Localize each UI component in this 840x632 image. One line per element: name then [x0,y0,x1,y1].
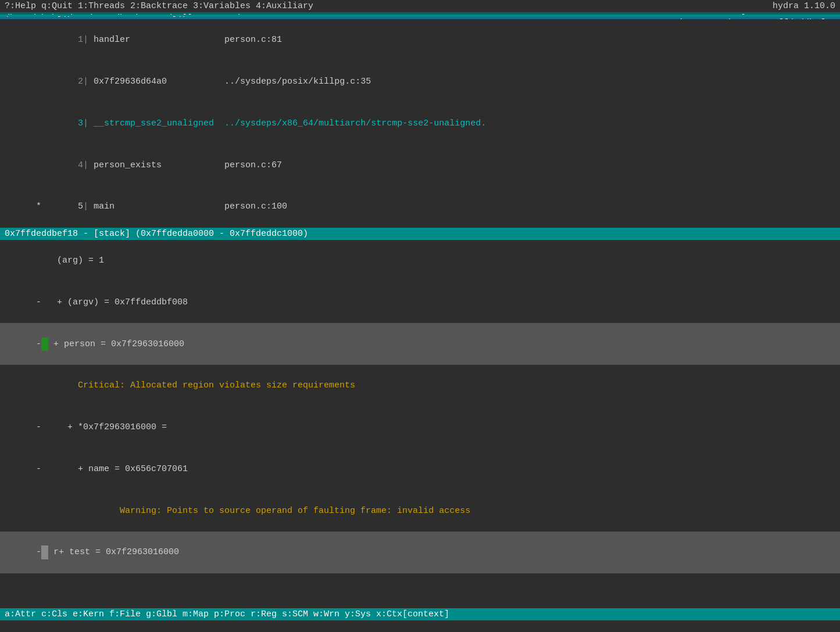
top-menu-bar: ?:Help q:Quit 1:Threads 2:Backtrace 3:Va… [0,0,840,12]
frame-2[interactable]: 2| 0x7f29636d64a0 ../sysdeps/posix/killp… [0,61,840,103]
var-prefix: - [36,339,41,349]
var-content: r+ test = 0x7f2963016000 [48,547,179,557]
stack-bar: 0x7ffdeddbef18 - [stack] (0x7ffdedda0000… [0,228,840,240]
var-arg[interactable]: (arg) = 1 [0,240,840,282]
frame-4[interactable]: 4| person_exists person.c:67 [0,144,840,186]
warning-msg: Warning: Points to source operand of fau… [36,506,470,516]
frame-separator: | [83,119,94,128]
critical-msg: Critical: Allocated region violates size… [36,380,355,390]
aux-heap[interactable]: * - Heap [0,623,840,632]
var-critical: Critical: Allocated region violates size… [0,365,840,407]
frame-func: __strcmp_sse2_unaligned [94,119,219,128]
frame-number: 4 [36,160,83,170]
var-content: (arg) = 1 [36,256,104,265]
var-content: + (argv) = 0x7ffdeddbf008 [41,297,188,307]
frame-loc: person.c:67 [214,160,282,170]
frame-separator: | [83,160,94,170]
var-content: + person = 0x7f2963016000 [48,339,184,349]
frame-1[interactable]: 1| handler person.c:81 [0,19,840,61]
var-content: + name = 0x656c707061 [41,464,188,474]
frame-separator: | [83,35,94,45]
terminal: ?:Help q:Quit 1:Threads 2:Backtrace 3:Va… [0,0,840,632]
var-deref[interactable]: - + *0x7f2963016000 = [0,407,840,448]
frame-loc: ../sysdeps/posix/killpg.c:35 [214,77,371,87]
backtrace-area: 1| handler person.c:81 2| 0x7f29636d64a0… [0,19,840,228]
frame-loc: ../sysdeps/x86_64/multiarch/strcmp-sse2-… [219,119,486,128]
frame-loc: person.c:100 [214,202,287,211]
var-prefix: - [36,464,41,474]
frame-star: * 5 [36,202,83,211]
frame-number: 3 [36,119,83,128]
var-name[interactable]: - + name = 0x656c707061 [0,448,840,490]
frame-number: 1 [36,35,83,45]
frame-func: main [94,202,214,211]
frame-func: person_exists [94,160,214,170]
stack-info: 0x7ffdeddbef18 - [stack] (0x7ffdedda0000… [5,229,308,239]
var-prefix: - [36,422,41,432]
var-prefix: - [36,297,41,307]
var-person[interactable]: - + person = 0x7f2963016000 [0,323,840,365]
frame-separator: | [83,77,94,87]
frame-func: handler [94,35,214,45]
variables-area: (arg) = 1 - + (argv) = 0x7ffdeddbf008 - … [0,240,840,573]
var-content: + *0x7f2963016000 = [41,422,167,432]
frame-number: 2 [36,77,83,87]
frame-loc: person.c:81 [214,35,282,45]
auxiliary-area: * - Heap - - jemalloc Allocation 0x7f296… [0,620,840,632]
menu-help-quit[interactable]: ?:Help q:Quit 1:Threads 2:Backtrace 3:Va… [5,1,313,11]
frame-func: 0x7f29636d64a0 [94,77,214,87]
frame-separator: | [83,202,94,211]
var-test[interactable]: - r+ test = 0x7f2963016000 [0,532,840,573]
aux-menu-bar: a:Attr c:Cls e:Kern f:File g:Glbl m:Map … [0,608,840,620]
aux-menu-content[interactable]: a:Attr c:Cls e:Kern f:File g:Glbl m:Map … [5,609,449,619]
hydra-version: hydra 1.10.0 [773,1,835,11]
spacer-area [0,573,840,608]
frame-5[interactable]: * 5| main person.c:100 [0,186,840,228]
frame-3[interactable]: 3| __strcmp_sse2_unaligned ../sysdeps/x8… [0,103,840,145]
var-warning: Warning: Points to source operand of fau… [0,490,840,532]
var-argv[interactable]: - + (argv) = 0x7ffdeddbf008 [0,282,840,324]
var-prefix: - [36,547,41,557]
